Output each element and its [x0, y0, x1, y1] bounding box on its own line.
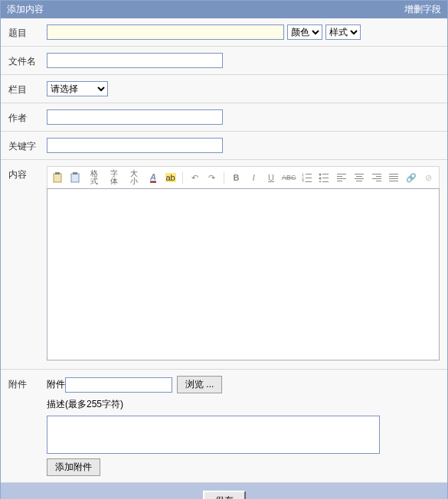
svg-point-14	[319, 181, 322, 183]
save-button[interactable]: 保存	[203, 491, 246, 499]
row-filename: 文件名	[1, 47, 447, 75]
svg-rect-1	[55, 172, 60, 174]
align-center-icon[interactable]	[353, 171, 365, 184]
editor-toolbar: 格式 字体 大小 A ab ↶ ↷ B I U ABC	[47, 166, 440, 188]
svg-point-10	[319, 174, 322, 176]
align-justify-icon[interactable]	[388, 171, 400, 184]
format-dropdown[interactable]: 格式	[87, 170, 100, 185]
separator-icon	[224, 171, 224, 184]
filename-input[interactable]	[47, 53, 223, 68]
row-content: 内容 格式 字体 大小 A ab	[1, 160, 447, 370]
footer: 保存	[1, 483, 447, 499]
ordered-list-icon[interactable]: 123	[301, 171, 312, 184]
label-author: 作者	[8, 109, 47, 125]
unordered-list-icon[interactable]	[319, 171, 330, 184]
svg-point-12	[319, 178, 322, 180]
label-keywords: 关键字	[8, 138, 47, 153]
color-select[interactable]: 颜色	[287, 24, 322, 40]
svg-rect-26	[372, 178, 381, 179]
attach-prefix: 附件	[47, 378, 65, 391]
unlink-icon[interactable]: ⊘	[423, 171, 434, 184]
separator-icon	[182, 171, 183, 184]
backcolor-icon[interactable]: ab	[165, 171, 176, 184]
category-select[interactable]: 请选择	[47, 81, 108, 96]
page-header: 添加内容 增删字段	[1, 1, 447, 18]
svg-rect-15	[322, 181, 329, 182]
header-title: 添加内容	[7, 3, 44, 16]
header-right-link[interactable]: 增删字段	[404, 3, 441, 16]
svg-rect-18	[337, 178, 346, 179]
title-input[interactable]	[47, 24, 284, 40]
svg-rect-28	[389, 174, 398, 174]
svg-rect-27	[376, 181, 381, 181]
svg-rect-3	[73, 172, 77, 174]
link-icon[interactable]: 🔗	[406, 171, 417, 184]
svg-rect-23	[356, 181, 362, 181]
strike-icon[interactable]: ABC	[283, 171, 295, 184]
svg-rect-0	[54, 174, 61, 182]
author-input[interactable]	[47, 109, 223, 125]
svg-rect-19	[337, 181, 342, 181]
keywords-input[interactable]	[47, 138, 223, 153]
paste-word-icon[interactable]	[70, 171, 81, 184]
content-editor[interactable]	[47, 188, 440, 360]
svg-rect-17	[337, 176, 342, 177]
underline-icon[interactable]: U	[266, 171, 277, 184]
style-select[interactable]: 样式	[325, 24, 361, 40]
forecolor-icon[interactable]: A	[148, 171, 159, 184]
svg-rect-2	[71, 174, 79, 182]
row-author: 作者	[1, 103, 447, 132]
row-category: 栏目 请选择	[1, 75, 447, 103]
svg-text:3: 3	[302, 179, 304, 182]
svg-rect-25	[376, 176, 381, 177]
paste-icon[interactable]	[52, 171, 64, 184]
label-category: 栏目	[8, 81, 47, 96]
size-dropdown[interactable]: 大小	[127, 170, 141, 185]
svg-rect-13	[322, 178, 329, 178]
bold-icon[interactable]: B	[231, 171, 242, 184]
label-filename: 文件名	[8, 53, 47, 68]
svg-rect-16	[337, 174, 346, 174]
svg-rect-30	[389, 178, 398, 179]
align-right-icon[interactable]	[371, 171, 382, 184]
undo-icon[interactable]: ↶	[189, 171, 201, 184]
svg-rect-20	[355, 174, 364, 174]
attachment-path-input[interactable]	[65, 377, 172, 393]
row-attachment: 附件 附件 浏览 ... 描述(最多255字符) 添加附件	[1, 370, 447, 483]
svg-rect-29	[389, 176, 398, 177]
label-title: 题目	[8, 24, 47, 40]
label-content: 内容	[8, 166, 47, 181]
row-title: 题目 颜色 样式	[1, 18, 447, 47]
svg-rect-9	[306, 181, 312, 182]
browse-button[interactable]: 浏览 ...	[177, 376, 222, 393]
svg-rect-7	[306, 178, 312, 178]
row-keywords: 关键字	[1, 132, 447, 160]
svg-rect-22	[355, 178, 364, 179]
redo-icon[interactable]: ↷	[207, 171, 218, 184]
label-attachment: 附件	[8, 376, 47, 391]
desc-label: 描述(最多255字符)	[47, 398, 123, 411]
align-left-icon[interactable]	[336, 171, 348, 184]
attachment-desc-input[interactable]	[47, 416, 380, 454]
font-dropdown[interactable]: 字体	[107, 170, 121, 185]
add-attachment-button[interactable]: 添加附件	[47, 458, 100, 476]
svg-rect-24	[372, 174, 381, 174]
italic-icon[interactable]: I	[248, 171, 260, 184]
svg-rect-31	[389, 181, 398, 181]
svg-rect-11	[322, 174, 329, 174]
svg-rect-21	[356, 176, 362, 177]
svg-rect-5	[306, 174, 312, 174]
